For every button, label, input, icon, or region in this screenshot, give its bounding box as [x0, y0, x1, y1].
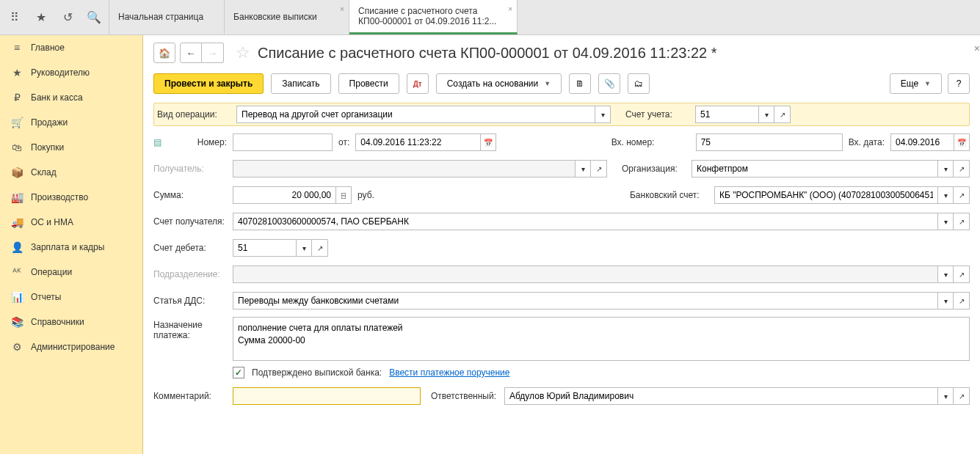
recipient-input[interactable] [233, 160, 575, 177]
chevron-down-icon[interactable]: ▾ [296, 239, 312, 257]
sidebar-item-label: Операции [31, 267, 72, 277]
search-icon[interactable]: 🔍 [84, 7, 104, 28]
chevron-down-icon[interactable]: ▾ [937, 387, 954, 405]
open-icon[interactable]: ↗ [312, 239, 328, 257]
chevron-down-icon[interactable]: ▾ [937, 213, 954, 230]
sidebar-item-main[interactable]: ≡Главное [0, 35, 142, 60]
open-icon[interactable]: ↗ [774, 106, 791, 123]
responsible-input[interactable] [504, 387, 937, 405]
home-button[interactable]: 🏠 [153, 43, 175, 63]
main-content: × 🏠 ← → ☆ Списание с расчетного счета КП… [143, 35, 980, 454]
sidebar-item-label: Зарплата и кадры [31, 242, 104, 252]
sidebar-item-label: Отчеты [31, 292, 61, 302]
tab-label: Банковские выписки [233, 12, 328, 22]
cart-icon: 🛒 [10, 116, 23, 129]
calc-icon[interactable]: ⌸ [335, 186, 352, 204]
sum-label: Сумма: [153, 190, 233, 200]
sidebar-item-catalogs[interactable]: 📚Справочники [0, 310, 142, 334]
account-input[interactable] [695, 106, 758, 123]
chevron-down-icon[interactable]: ▾ [937, 160, 954, 177]
rec-account-label: Счет получателя: [153, 216, 233, 227]
sidebar-item-operations[interactable]: ᴬᴷОперации [0, 260, 142, 285]
in-date-input[interactable] [890, 133, 954, 151]
date-input[interactable] [355, 133, 480, 151]
history-icon[interactable]: ↺ [57, 7, 78, 28]
forward-button: → [202, 43, 224, 63]
chevron-down-icon[interactable]: ▾ [758, 106, 774, 123]
dds-label: Статья ДДС: [153, 296, 233, 306]
enter-order-link[interactable]: Ввести платежное поручение [389, 367, 509, 378]
favorite-star-icon[interactable]: ☆ [236, 43, 250, 62]
create-based-button[interactable]: Создать на основании▼ [436, 73, 562, 94]
rec-account-input[interactable] [233, 213, 937, 230]
ruble-icon: ₽ [10, 91, 23, 104]
sidebar-item-manager[interactable]: ★Руководителю [0, 60, 142, 85]
bank-account-input[interactable] [714, 186, 937, 204]
sidebar-item-purchases[interactable]: 🛍Покупки [0, 135, 142, 160]
post-and-close-button[interactable]: Провести и закрыть [153, 73, 264, 94]
division-input[interactable] [233, 266, 937, 283]
open-icon[interactable]: ↗ [591, 160, 607, 177]
gear-icon: ⚙ [10, 340, 23, 354]
recipient-label: Получатель: [153, 164, 233, 174]
calendar-icon[interactable]: 📅 [954, 133, 970, 151]
chevron-down-icon[interactable]: ▾ [595, 106, 611, 123]
sidebar-item-reports[interactable]: 📊Отчеты [0, 285, 142, 310]
star-icon[interactable]: ★ [31, 7, 51, 28]
more-button[interactable]: Еще▼ [890, 73, 942, 94]
tab-document[interactable]: Списание с расчетного счета КП00-000001 … [349, 0, 518, 34]
books-icon: 📚 [10, 315, 23, 329]
chevron-down-icon[interactable]: ▾ [937, 186, 954, 204]
org-input[interactable] [692, 160, 937, 177]
sidebar-item-label: Производство [31, 192, 88, 202]
menu-icon: ≡ [10, 41, 23, 54]
tab-start[interactable]: Начальная страница [109, 0, 225, 34]
close-icon[interactable]: × [340, 4, 344, 14]
star-icon: ★ [10, 66, 23, 79]
sidebar-item-label: Администрирование [31, 342, 115, 352]
sidebar-item-production[interactable]: 🏭Производство [0, 185, 142, 210]
sidebar-item-assets[interactable]: 🚚ОС и НМА [0, 210, 142, 235]
calendar-icon[interactable]: 📅 [480, 133, 496, 151]
number-input[interactable] [233, 133, 333, 151]
purpose-textarea[interactable] [233, 317, 970, 361]
related-button[interactable]: 🗂 [628, 73, 650, 94]
back-button[interactable]: ← [180, 43, 202, 63]
sum-input[interactable] [233, 186, 335, 204]
help-button[interactable]: ? [948, 73, 970, 94]
operation-type-select[interactable] [236, 106, 595, 123]
tab-bank-statements[interactable]: Банковские выписки × [225, 0, 349, 34]
debitcredit-icon: ᴬᴷ [10, 266, 23, 279]
open-icon[interactable]: ↗ [954, 266, 970, 283]
tab-sublabel: КП00-000001 от 04.09.2016 11:2... [358, 16, 496, 26]
attach-button[interactable]: 📎 [598, 73, 620, 94]
save-button[interactable]: Записать [271, 73, 330, 94]
sidebar-item-label: Справочники [31, 317, 84, 327]
open-icon[interactable]: ↗ [954, 292, 970, 310]
sidebar-item-admin[interactable]: ⚙Администрирование [0, 334, 142, 359]
sidebar-item-hr[interactable]: 👤Зарплата и кадры [0, 235, 142, 260]
in-number-input[interactable] [696, 133, 843, 151]
open-icon[interactable]: ↗ [954, 387, 970, 405]
sidebar-item-sales[interactable]: 🛒Продажи [0, 110, 142, 135]
chevron-down-icon[interactable]: ▾ [575, 160, 591, 177]
dt-kt-button[interactable]: Дт [407, 73, 429, 94]
post-button[interactable]: Провести [338, 73, 399, 94]
close-icon[interactable]: × [974, 43, 980, 54]
sidebar-item-warehouse[interactable]: 📦Склад [0, 160, 142, 185]
dds-input[interactable] [233, 292, 937, 310]
report-button[interactable]: 🗎 [569, 73, 591, 94]
chevron-down-icon[interactable]: ▾ [937, 292, 954, 310]
open-icon[interactable]: ↗ [954, 213, 970, 230]
chevron-down-icon[interactable]: ▾ [937, 266, 954, 283]
open-icon[interactable]: ↗ [954, 186, 970, 204]
sidebar-item-label: Покупки [31, 142, 64, 153]
confirmed-checkbox[interactable]: ✓ [233, 367, 244, 378]
sidebar-item-bank[interactable]: ₽Банк и касса [0, 85, 142, 110]
comment-input[interactable] [233, 387, 421, 405]
debit-input[interactable] [233, 239, 296, 257]
close-icon[interactable]: × [508, 4, 512, 14]
apps-icon[interactable]: ⠿ [4, 7, 25, 28]
sidebar: ≡Главное ★Руководителю ₽Банк и касса 🛒Пр… [0, 35, 143, 454]
open-icon[interactable]: ↗ [954, 160, 970, 177]
